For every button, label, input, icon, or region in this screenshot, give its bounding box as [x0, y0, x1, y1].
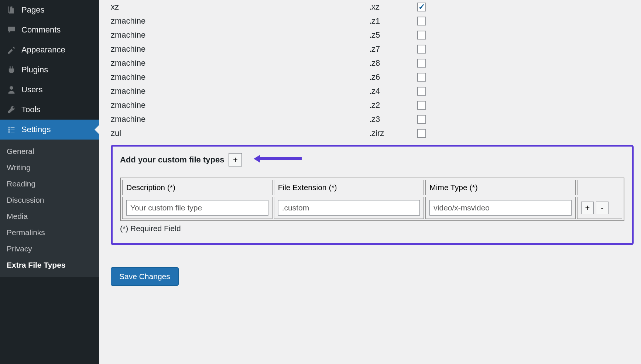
menu-comments[interactable]: Comments [0, 20, 99, 40]
submenu-media[interactable]: Media [0, 208, 99, 224]
custom-file-types-table: Description (*) File Extension (*) Mime … [120, 178, 624, 221]
plugins-icon [7, 65, 16, 75]
submenu-privacy[interactable]: Privacy [0, 241, 99, 257]
col-description: Description (*) [122, 180, 272, 195]
filetype-row: xz .xz [111, 0, 634, 14]
menu-label: Comments [21, 25, 61, 35]
filetype-name: zmachine [111, 16, 369, 26]
filetype-row: zmachine .z8 [111, 56, 634, 70]
custom-row: + - [122, 197, 622, 219]
menu-users[interactable]: Users [0, 80, 99, 100]
filetype-row: zmachine .z4 [111, 84, 634, 98]
menu-label: Appearance [21, 45, 65, 55]
filetype-ext: .z4 [369, 86, 417, 96]
comment-icon [7, 25, 16, 35]
filetype-checkbox[interactable] [417, 115, 426, 124]
filetype-ext: .z7 [369, 44, 417, 54]
users-icon [7, 85, 16, 95]
menu-pages[interactable]: Pages [0, 0, 99, 20]
settings-icon [7, 125, 16, 134]
callout-arrow-icon [254, 154, 302, 166]
submenu-reading[interactable]: Reading [0, 176, 99, 192]
filetype-name: zmachine [111, 100, 369, 110]
row-add-button[interactable]: + [581, 202, 594, 214]
filetype-checkbox[interactable] [417, 31, 426, 40]
filetype-checkbox[interactable] [417, 59, 426, 68]
filetype-row: zmachine .z7 [111, 42, 634, 56]
col-mime: Mime Type (*) [425, 180, 576, 195]
filetype-checkbox[interactable] [417, 45, 426, 54]
menu-label: Pages [21, 5, 44, 15]
filetype-row: zmachine .z6 [111, 70, 634, 84]
menu-label: Tools [21, 105, 40, 114]
menu-label: Users [21, 85, 42, 95]
tools-icon [7, 105, 16, 114]
filetype-name: zmachine [111, 44, 369, 54]
submenu-extra-file-types[interactable]: Extra File Types [0, 257, 99, 273]
pages-icon [7, 5, 16, 15]
filetype-ext: .z6 [369, 72, 417, 82]
menu-label: Settings [21, 125, 51, 134]
filetype-checkbox[interactable] [417, 101, 426, 110]
description-input[interactable] [126, 200, 268, 216]
filetype-ext: .z3 [369, 114, 417, 124]
main-content: xz .xz zmachine .z1 zmachine .z5 zmachin… [99, 0, 641, 364]
menu-appearance[interactable]: Appearance [0, 40, 99, 60]
filetype-ext: .zirz [369, 128, 417, 138]
filetype-name: zmachine [111, 58, 369, 68]
filetype-checkbox[interactable] [417, 3, 426, 11]
filetype-ext: .z5 [369, 30, 417, 40]
filetype-ext: .xz [369, 2, 417, 12]
filetype-name: zmachine [111, 72, 369, 82]
filetype-ext: .z2 [369, 100, 417, 110]
filetype-name: zul [111, 128, 369, 138]
add-custom-button[interactable]: + [229, 153, 242, 166]
admin-sidebar: Pages Comments Appearance Plugins Users … [0, 0, 99, 364]
settings-submenu: General Writing Reading Discussion Media… [0, 140, 99, 277]
filetype-checkbox[interactable] [417, 87, 426, 96]
filetype-row: zul .zirz [111, 126, 634, 140]
filetype-row: zmachine .z2 [111, 98, 634, 112]
row-remove-button[interactable]: - [596, 202, 609, 214]
col-extension: File Extension (*) [274, 180, 424, 195]
submenu-writing[interactable]: Writing [0, 159, 99, 176]
filetype-row: zmachine .z3 [111, 112, 634, 126]
menu-plugins[interactable]: Plugins [0, 60, 99, 80]
save-changes-button[interactable]: Save Changes [111, 267, 179, 286]
filetype-ext: .z1 [369, 16, 417, 26]
extension-input[interactable] [278, 200, 420, 216]
filetype-row: zmachine .z1 [111, 14, 634, 28]
filetype-ext: .z8 [369, 58, 417, 68]
menu-label: Plugins [21, 65, 48, 75]
filetype-name: zmachine [111, 30, 369, 40]
submenu-permalinks[interactable]: Permalinks [0, 224, 99, 241]
filetype-checkbox[interactable] [417, 17, 426, 25]
filetype-checkbox[interactable] [417, 129, 426, 138]
filetype-name: zmachine [111, 86, 369, 96]
mime-input[interactable] [429, 200, 572, 216]
appearance-icon [7, 45, 16, 55]
filetype-name: zmachine [111, 114, 369, 124]
menu-tools[interactable]: Tools [0, 100, 99, 120]
custom-file-types-box: Add your custom file types + Description… [111, 145, 634, 245]
custom-heading: Add your custom file types [120, 155, 224, 165]
filetype-checkbox[interactable] [417, 73, 426, 82]
required-note: (*) Required Field [120, 224, 624, 233]
submenu-general[interactable]: General [0, 143, 99, 159]
submenu-discussion[interactable]: Discussion [0, 192, 99, 208]
filetype-row: zmachine .z5 [111, 28, 634, 42]
filetype-name: xz [111, 2, 369, 12]
col-actions [577, 180, 622, 195]
menu-settings[interactable]: Settings [0, 120, 99, 140]
